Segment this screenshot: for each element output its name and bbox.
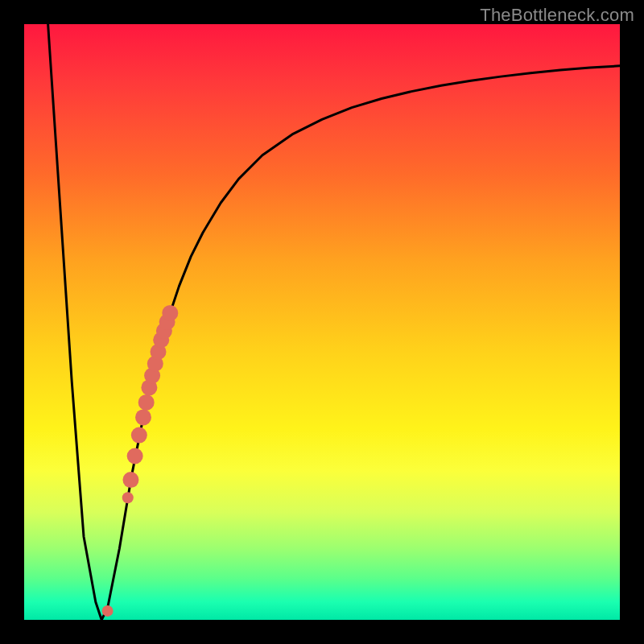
chart-svg — [24, 24, 620, 620]
watermark-label: TheBottleneck.com — [480, 5, 634, 26]
highlight-point — [131, 427, 147, 444]
highlight-point — [135, 409, 151, 425]
curve-line — [48, 24, 620, 620]
highlight-point — [138, 394, 155, 411]
highlight-point — [162, 305, 178, 321]
highlight-point — [102, 605, 114, 617]
highlight-point — [122, 472, 138, 488]
chart-plot-area — [24, 24, 620, 620]
highlight-point — [127, 448, 143, 464]
chart-frame: TheBottleneck.com — [0, 0, 644, 644]
highlight-point — [122, 492, 134, 503]
